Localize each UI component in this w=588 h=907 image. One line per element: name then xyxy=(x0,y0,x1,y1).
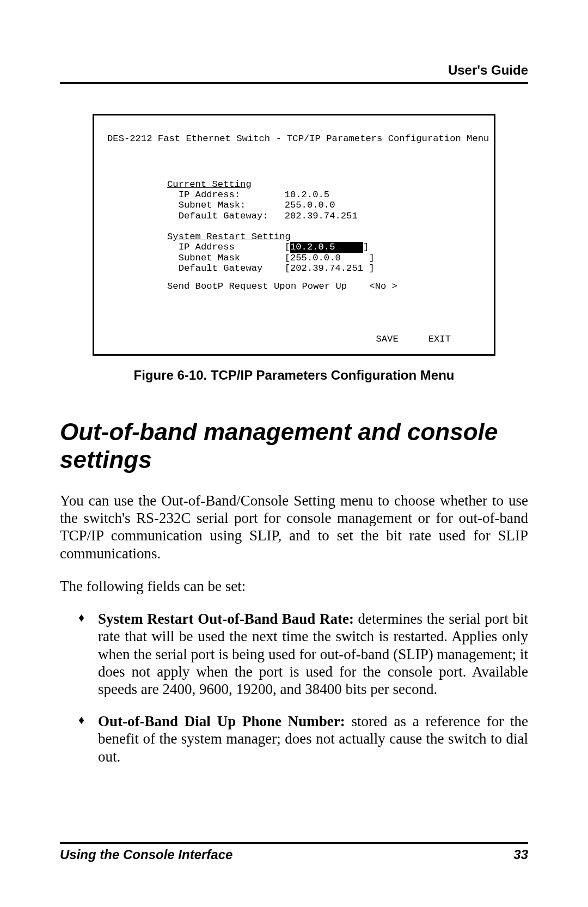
footer-section-title: Using the Console Interface xyxy=(60,847,232,862)
current-ip-label: IP Address: xyxy=(179,190,285,200)
restart-gateway-label: Default Gateway xyxy=(179,263,285,273)
bullet-lead: System Restart Out-of-Band Baud Rate: xyxy=(98,611,358,627)
exit-button[interactable]: EXIT xyxy=(428,334,451,344)
restart-mask-label: Subnet Mask xyxy=(179,253,285,263)
bootp-label: Send BootP Request Upon Power Up xyxy=(167,281,347,291)
current-setting-heading: Current Setting xyxy=(167,179,252,190)
figure-footer: SAVEEXIT xyxy=(107,334,481,344)
restart-gateway-input[interactable]: 202.39.74.251 xyxy=(290,263,369,273)
header-rule xyxy=(60,82,528,84)
tcpip-config-figure: DES-2212 Fast Ethernet Switch - TCP/IP P… xyxy=(93,114,495,356)
restart-mask-input[interactable]: 255.0.0.0 xyxy=(290,253,369,263)
page-header-title: User's Guide xyxy=(60,63,528,82)
page: User's Guide DES-2212 Fast Ethernet Swit… xyxy=(0,0,588,907)
fields-intro: The following fields can be set: xyxy=(60,577,528,595)
footer-rule xyxy=(60,842,528,844)
restart-setting-heading: System Restart Setting xyxy=(167,232,291,242)
fields-list: System Restart Out-of-Band Baud Rate: de… xyxy=(60,610,528,765)
bootp-value[interactable]: <No > xyxy=(369,281,397,291)
current-mask-value: 255.0.0.0 xyxy=(285,200,335,210)
current-ip-value: 10.2.0.5 xyxy=(285,190,330,200)
page-number: 33 xyxy=(513,847,528,862)
section-heading: Out-of-band management and console setti… xyxy=(60,418,528,473)
figure-body: Current Setting IP Address:10.2.0.5 Subn… xyxy=(167,179,481,292)
figure-caption: Figure 6-10. TCP/IP Parameters Configura… xyxy=(60,368,528,383)
current-gateway-value: 202.39.74.251 xyxy=(285,211,358,221)
bullet-lead: Out-of-Band Dial Up Phone Number: xyxy=(98,713,352,729)
list-item: System Restart Out-of-Band Baud Rate: de… xyxy=(98,610,528,698)
restart-ip-label: IP Address xyxy=(179,242,285,252)
intro-paragraph: You can use the Out-of-Band/Console Sett… xyxy=(60,492,528,562)
current-mask-label: Subnet Mask: xyxy=(179,200,285,210)
save-button[interactable]: SAVE xyxy=(376,334,398,344)
list-item: Out-of-Band Dial Up Phone Number: stored… xyxy=(98,713,528,765)
current-gateway-label: Default Gateway: xyxy=(179,211,285,221)
restart-ip-input[interactable]: 10.2.0.5 xyxy=(290,242,363,252)
page-footer: Using the Console Interface 33 xyxy=(60,842,528,862)
figure-title: DES-2212 Fast Ethernet Switch - TCP/IP P… xyxy=(107,133,481,144)
